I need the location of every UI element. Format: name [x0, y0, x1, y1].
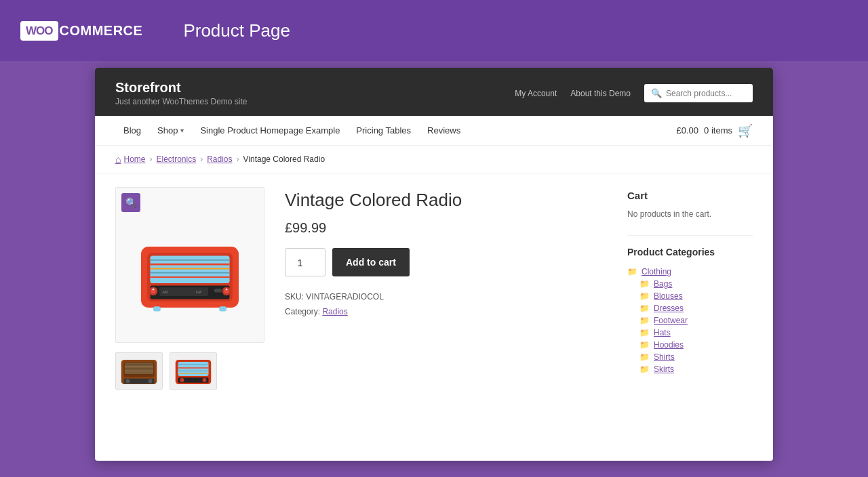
folder-icon-blouses: 📁: [639, 291, 650, 301]
home-icon: ⌂: [115, 154, 121, 165]
quantity-input[interactable]: [285, 248, 326, 276]
sku-row: SKU: VINTAGERADIOCOL: [285, 290, 607, 305]
product-details: Vintage Colored Radio £99.99 Add to cart…: [285, 187, 607, 444]
categories-section: Product Categories 📁 Clothing 📁 Bags: [627, 247, 753, 375]
category-clothing: 📁 Clothing: [627, 266, 753, 278]
nav-shop[interactable]: Shop ▾: [149, 116, 192, 145]
product-images: 🔍: [115, 187, 264, 444]
product-area: 🔍: [95, 173, 773, 458]
thumbnail-1[interactable]: [115, 352, 163, 390]
nav-links: Blog Shop ▾ Single Product Homepage Exam…: [115, 116, 469, 145]
woocommerce-logo: WOO COMMERCE: [20, 21, 142, 41]
svg-point-39: [180, 378, 184, 382]
svg-rect-19: [214, 289, 222, 292]
product-meta: SKU: VINTAGERADIOCOL Category: Radios: [285, 290, 607, 319]
category-link[interactable]: Radios: [322, 307, 347, 316]
sub-cat-footwear: 📁 Footwear: [639, 314, 753, 327]
svg-point-18: [226, 289, 228, 291]
my-account-link[interactable]: My Account: [515, 89, 557, 98]
svg-point-30: [126, 379, 130, 383]
product-price: £99.99: [285, 220, 607, 236]
product-thumbnails: [115, 352, 264, 390]
page-title: Product Page: [183, 20, 290, 41]
main-wrapper: Storefront Just another WooThemes Demo s…: [0, 61, 868, 461]
clothing-link[interactable]: Clothing: [642, 267, 671, 276]
zoom-icon: 🔍: [125, 197, 137, 208]
cart-empty-message: No products in the cart.: [627, 209, 753, 219]
main-product-image: 🔍: [115, 187, 264, 343]
footwear-link[interactable]: Footwear: [654, 316, 688, 325]
sidebar-divider: [627, 235, 753, 236]
product-title: Vintage Colored Radio: [285, 190, 607, 211]
folder-icon: 📁: [627, 267, 637, 276]
breadcrumb: ⌂ Home › Electronics › Radios › Vintage …: [115, 154, 753, 165]
sku-label: SKU:: [285, 292, 304, 302]
breadcrumb-sep-1: ›: [149, 154, 152, 164]
cart-sidebar-title: Cart: [627, 190, 753, 201]
svg-text:FM: FM: [196, 290, 201, 294]
svg-text:AM: AM: [163, 290, 169, 294]
sub-cat-hats: 📁 Hats: [639, 327, 753, 339]
sub-cat-skirts: 📁 Skirts: [639, 363, 753, 375]
folder-icon-shirts: 📁: [639, 352, 650, 362]
svg-point-31: [149, 379, 153, 383]
hoodies-link[interactable]: Hoodies: [654, 340, 684, 350]
breadcrumb-sep-3: ›: [237, 154, 239, 164]
top-bar: WOO COMMERCE Product Page: [0, 0, 868, 61]
breadcrumb-radios[interactable]: Radios: [207, 154, 232, 164]
bags-link[interactable]: Bags: [654, 279, 672, 289]
category-row: Category: Radios: [285, 305, 607, 320]
sub-cat-blouses: 📁 Blouses: [639, 290, 753, 302]
category-label: Category:: [285, 307, 320, 316]
add-to-cart-button[interactable]: Add to cart: [332, 248, 410, 276]
thumbnail-2[interactable]: [170, 352, 217, 390]
search-input[interactable]: [666, 89, 746, 98]
nav-single-product[interactable]: Single Product Homepage Example: [192, 116, 348, 145]
folder-icon-dresses: 📁: [639, 304, 650, 313]
cart-area[interactable]: £0.00 0 items 🛒: [677, 123, 753, 138]
sub-cat-shirts: 📁 Shirts: [639, 351, 753, 363]
sub-cat-dresses: 📁 Dresses: [639, 302, 753, 314]
breadcrumb-current: Vintage Colored Radio: [243, 154, 326, 164]
svg-rect-21: [219, 306, 226, 311]
shirts-link[interactable]: Shirts: [654, 352, 675, 362]
cart-sidebar-section: Cart No products in the cart.: [627, 190, 753, 219]
svg-rect-20: [153, 306, 161, 311]
nav-reviews[interactable]: Reviews: [419, 116, 469, 145]
cart-icon: 🛒: [738, 123, 753, 138]
site-tagline: Just another WooThemes Demo site: [115, 97, 248, 106]
nav-pricing[interactable]: Pricing Tables: [348, 116, 419, 145]
site-nav: Blog Shop ▾ Single Product Homepage Exam…: [95, 116, 773, 146]
folder-icon-hoodies: 📁: [639, 340, 650, 350]
breadcrumb-home[interactable]: ⌂ Home: [115, 154, 145, 165]
site-title: Storefront: [115, 80, 248, 96]
chevron-down-icon: ▾: [180, 127, 184, 134]
cart-amount: £0.00: [677, 125, 699, 136]
folder-icon-skirts: 📁: [639, 365, 650, 374]
zoom-button[interactable]: 🔍: [121, 193, 140, 212]
sub-cat-bags: 📁 Bags: [639, 278, 753, 290]
sub-cat-hoodies: 📁 Hoodies: [639, 339, 753, 351]
nav-blog[interactable]: Blog: [115, 116, 149, 145]
sub-category-list: 📁 Bags 📁 Blouses 📁 Dresses: [627, 278, 753, 375]
dresses-link[interactable]: Dresses: [654, 304, 684, 313]
breadcrumb-electronics[interactable]: Electronics: [156, 154, 196, 164]
site-header: Storefront Just another WooThemes Demo s…: [95, 68, 773, 116]
hats-link[interactable]: Hats: [654, 328, 671, 337]
radio-illustration: AM FM: [129, 204, 251, 326]
blouses-link[interactable]: Blouses: [654, 291, 683, 301]
folder-icon-footwear: 📁: [639, 316, 650, 325]
svg-point-15: [153, 289, 155, 291]
svg-rect-33: [178, 362, 209, 376]
folder-icon-hats: 📁: [639, 328, 650, 337]
search-icon: 🔍: [651, 88, 662, 98]
woo-text: WOO: [20, 21, 58, 41]
commerce-text: COMMERCE: [60, 23, 143, 39]
svg-point-40: [203, 378, 207, 382]
skirts-link[interactable]: Skirts: [654, 365, 674, 374]
about-demo-link[interactable]: About this Demo: [570, 89, 631, 98]
search-box: 🔍: [644, 84, 753, 102]
site-frame: Storefront Just another WooThemes Demo s…: [95, 68, 773, 461]
breadcrumb-bar: ⌂ Home › Electronics › Radios › Vintage …: [95, 146, 773, 173]
categories-title: Product Categories: [627, 247, 753, 257]
